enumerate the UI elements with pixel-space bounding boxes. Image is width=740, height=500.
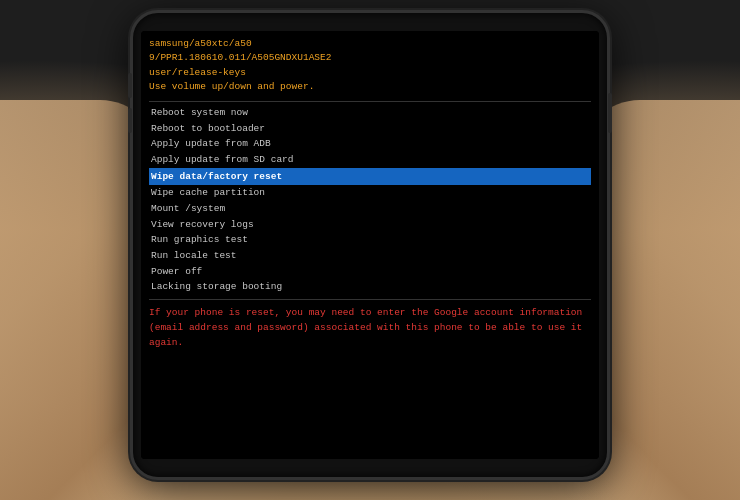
menu-item-6[interactable]: Mount /system (149, 201, 591, 217)
volume-down-button (128, 108, 132, 133)
menu-item-11[interactable]: Lacking storage booting (149, 279, 591, 295)
phone-frame: samsung/a50xtc/a50 9/PPR1.180610.011/A50… (130, 10, 610, 480)
divider-2 (149, 299, 591, 300)
power-button (608, 93, 612, 133)
menu-item-7[interactable]: View recovery logs (149, 217, 591, 233)
divider-1 (149, 101, 591, 102)
scene: samsung/a50xtc/a50 9/PPR1.180610.011/A50… (0, 0, 740, 500)
menu-item-5[interactable]: Wipe cache partition (149, 185, 591, 201)
menu-item-1[interactable]: Reboot to bootloader (149, 121, 591, 137)
menu-item-4[interactable]: Wipe data/factory reset (149, 168, 591, 186)
menu-item-8[interactable]: Run graphics test (149, 232, 591, 248)
phone-screen: samsung/a50xtc/a50 9/PPR1.180610.011/A50… (141, 31, 599, 459)
header-line-4: Use volume up/down and power. (149, 80, 591, 94)
screen-content: samsung/a50xtc/a50 9/PPR1.180610.011/A50… (141, 31, 599, 459)
menu-item-0[interactable]: Reboot system now (149, 105, 591, 121)
menu-section: Reboot system nowReboot to bootloaderApp… (149, 105, 591, 295)
warning-section: If your phone is reset, you may need to … (149, 306, 591, 350)
header-section: samsung/a50xtc/a50 9/PPR1.180610.011/A50… (149, 37, 591, 94)
header-line-1: samsung/a50xtc/a50 (149, 37, 591, 51)
menu-item-3[interactable]: Apply update from SD card (149, 152, 591, 168)
menu-item-2[interactable]: Apply update from ADB (149, 136, 591, 152)
header-line-2: 9/PPR1.180610.011/A505GNDXU1ASE2 (149, 51, 591, 65)
header-line-3: user/release-keys (149, 66, 591, 80)
volume-up-button (128, 73, 132, 98)
warning-text: If your phone is reset, you may need to … (149, 306, 591, 350)
menu-item-9[interactable]: Run locale test (149, 248, 591, 264)
menu-item-10[interactable]: Power off (149, 264, 591, 280)
